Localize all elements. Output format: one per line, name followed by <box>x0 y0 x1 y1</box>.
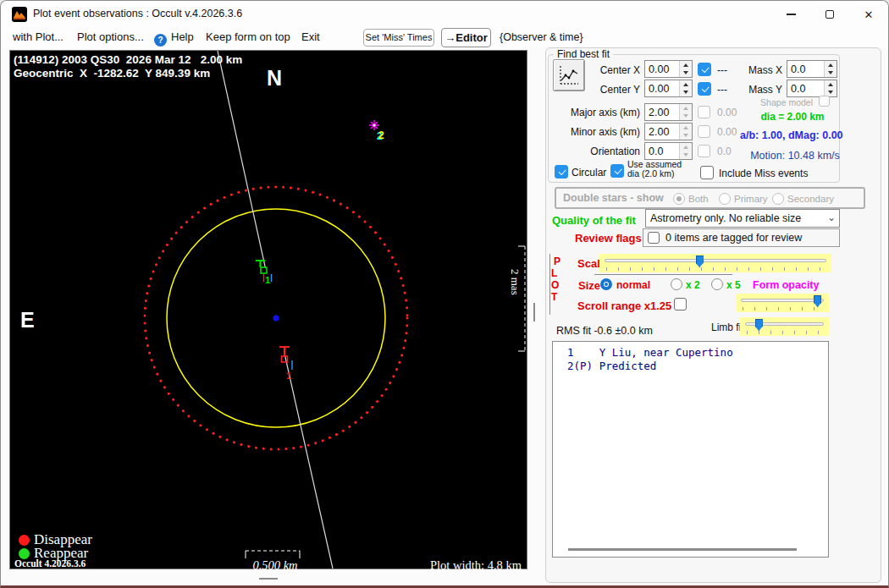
double-secondary-label: Secondary <box>787 194 834 204</box>
opacity-slider-ticks <box>743 307 822 310</box>
mass-y-spinner[interactable]: 0.0 <box>787 80 837 97</box>
plot-canvas[interactable]: 1 1 2 2 <box>9 50 527 569</box>
observations-listbox[interactable]: 1 Y Liu, near Cupertino 2(P) Predicted <box>552 341 829 558</box>
major-axis-spinner[interactable]: 2.00 <box>644 103 693 121</box>
north-label: N <box>267 66 282 91</box>
menu-keep-on-top[interactable]: Keep form on top <box>206 30 290 43</box>
fit-center-x-checkbox[interactable] <box>698 63 711 76</box>
scalebar-bracket <box>246 551 300 558</box>
quality-combobox[interactable]: Astrometry only. No reliable size ⌄ <box>645 209 840 228</box>
center-y-up[interactable] <box>680 80 692 89</box>
center-x-label: Center X <box>593 64 640 76</box>
minor-down[interactable] <box>680 132 692 140</box>
reappear-marker: 1 <box>256 261 272 285</box>
vscrollbar-thumb[interactable] <box>533 303 535 321</box>
include-miss-checkbox[interactable] <box>700 166 714 179</box>
review-flags-label: Review flags <box>575 232 642 245</box>
mass-x-spinner[interactable]: 0.0 <box>787 60 837 78</box>
check-icon <box>701 84 709 91</box>
size-x5-radio[interactable] <box>711 278 723 290</box>
minor-up[interactable] <box>680 124 692 132</box>
circular-checkbox[interactable] <box>555 165 568 179</box>
center-y-spinner[interactable]: 0.00 <box>644 80 693 97</box>
window-title: Plot event observations : Occult v.4.202… <box>33 8 242 19</box>
scale-slider[interactable] <box>599 254 831 272</box>
editor-button[interactable]: →Editor <box>441 28 491 47</box>
observation-row[interactable]: 2(P) Predicted <box>553 360 828 373</box>
center-dot <box>273 316 279 321</box>
occultation-plot: 1 1 2 2 <box>10 51 527 569</box>
mass-x-value: 0.0 <box>791 63 805 75</box>
fit-center-y-checkbox[interactable] <box>698 82 711 96</box>
size-x2-radio[interactable] <box>671 278 682 290</box>
shape-model-checkbox[interactable] <box>819 96 830 107</box>
limb-slider-thumb[interactable] <box>755 319 763 331</box>
use-assumed-label: Use assumed dia (2.0 km) <box>627 160 682 179</box>
plot-vscrollbar[interactable] <box>527 50 543 569</box>
mass-y-up[interactable] <box>825 80 837 89</box>
double-both-label: Both <box>688 194 709 204</box>
limb-fit-slider[interactable] <box>740 317 829 336</box>
run-fit-button[interactable] <box>553 59 585 91</box>
menu-plot-options[interactable]: Plot options... <box>77 30 144 43</box>
fit-minor-checkbox[interactable] <box>698 125 710 138</box>
fit-major-checkbox[interactable] <box>698 106 710 118</box>
orientation-down[interactable] <box>680 151 692 160</box>
center-x-spinner[interactable]: 0.00 <box>644 60 693 78</box>
double-primary-label: Primary <box>734 194 768 204</box>
scale-slider-thumb[interactable] <box>696 256 704 267</box>
center-x-down[interactable] <box>680 69 692 78</box>
maximize-button[interactable] <box>810 1 849 28</box>
observation-row[interactable]: 1 Y Liu, near Cupertino <box>553 346 828 360</box>
chevron-down-icon: ⌄ <box>827 212 836 223</box>
double-stars-title: Double stars - show <box>563 192 664 204</box>
limb-slider-ticks <box>747 331 822 334</box>
listbox-hscroll-thumb[interactable] <box>568 548 797 551</box>
motion-readout: Motion: 10.48 km/s <box>749 150 841 162</box>
use-assumed-checkbox[interactable] <box>610 164 624 178</box>
find-best-fit-title: Find best fit <box>554 48 613 60</box>
menu-help-label: Help <box>171 30 194 43</box>
shape-model-label: Shape model <box>760 97 813 107</box>
plot-letter-p: P <box>554 256 560 267</box>
plot-letter-t: T <box>551 291 557 303</box>
center-y-down[interactable] <box>680 89 692 97</box>
double-primary-radio[interactable] <box>719 193 731 205</box>
mass-x-up[interactable] <box>825 61 837 69</box>
double-secondary-radio[interactable] <box>772 193 784 205</box>
orientation-up[interactable] <box>680 143 692 151</box>
minor-axis-spinner[interactable]: 2.00 <box>644 123 693 140</box>
fit-orientation-checkbox[interactable] <box>698 145 710 157</box>
app-icon <box>12 7 27 22</box>
plot-group-border <box>549 254 550 315</box>
major-aux-value: 0.00 <box>717 107 737 118</box>
form-opacity-slider[interactable] <box>736 294 829 312</box>
size-x2-label: x 2 <box>686 279 700 291</box>
hscrollbar-thumb[interactable] <box>259 578 278 580</box>
review-flags-checkbox[interactable] <box>648 232 660 244</box>
title-bar[interactable]: Plot event observations : Occult v.4.202… <box>1 1 888 28</box>
orientation-spinner[interactable]: 0.0 <box>644 142 693 160</box>
menu-with-plot[interactable]: with Plot... <box>13 30 64 43</box>
close-button[interactable]: ✕ <box>849 1 888 28</box>
major-up[interactable] <box>680 104 692 113</box>
quality-value: Astrometry only. No reliable size <box>650 212 801 224</box>
plot-hscrollbar[interactable] <box>9 569 527 586</box>
menu-exit[interactable]: Exit <box>301 30 320 43</box>
scroll-range-checkbox[interactable] <box>674 298 687 310</box>
major-down[interactable] <box>680 113 692 121</box>
center-x-up[interactable] <box>680 61 692 69</box>
opacity-slider-thumb[interactable] <box>814 295 821 307</box>
app-window: Plot event observations : Occult v.4.202… <box>0 0 889 588</box>
size-normal-radio[interactable] <box>600 278 612 290</box>
menu-help[interactable]: ?Help <box>154 30 194 47</box>
double-both-radio[interactable] <box>673 193 685 205</box>
scale-slider-ticks <box>606 267 825 271</box>
minimize-button[interactable] <box>771 1 810 28</box>
mountain-logo-icon <box>13 8 26 21</box>
observer-time-label: {Observer & time} <box>500 31 583 43</box>
set-miss-times-button[interactable]: Set 'Miss' Times <box>363 29 434 47</box>
center-y-dash: --- <box>717 84 727 96</box>
double-stars-group: Double stars - show Both Primary Seconda… <box>555 187 865 209</box>
mass-x-down[interactable] <box>825 69 837 78</box>
